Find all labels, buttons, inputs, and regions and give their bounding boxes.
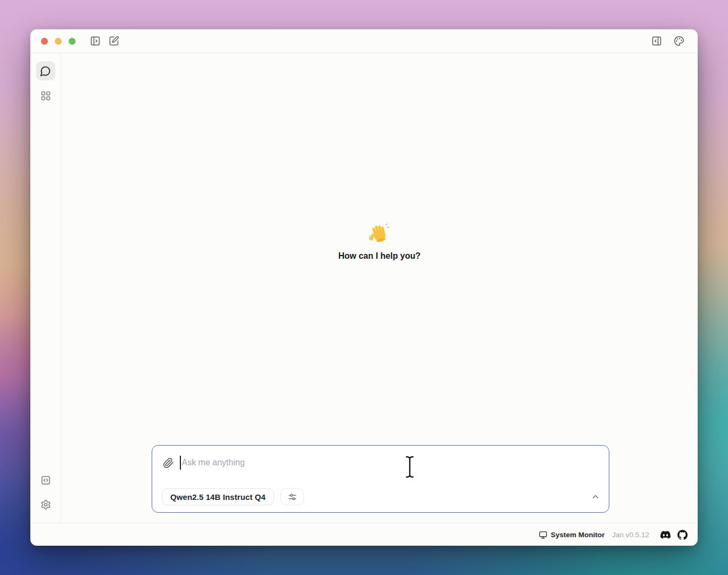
github-icon[interactable] — [677, 530, 688, 540]
attachment-paperclip-icon[interactable] — [163, 457, 174, 469]
collapse-chevron-up-icon[interactable] — [591, 492, 600, 502]
sidebar-item-hub[interactable] — [36, 86, 55, 105]
greeting: How can I help you? — [61, 223, 698, 261]
code-square-icon — [40, 475, 51, 486]
minimize-button[interactable] — [55, 38, 62, 45]
statusbar: System Monitor Jan v0.5.12 — [30, 523, 698, 546]
text-caret — [180, 456, 181, 470]
new-thread-icon[interactable] — [106, 33, 122, 49]
zoom-button[interactable] — [69, 38, 76, 45]
jan-app-window: How can I help you? Qwen2.5 14B Instruct… — [30, 29, 698, 546]
gear-icon — [40, 499, 51, 510]
sidebar-item-local-api-server[interactable] — [36, 471, 55, 490]
sidebar-item-settings[interactable] — [36, 495, 55, 514]
system-monitor-toggle[interactable]: System Monitor — [539, 530, 605, 539]
greeting-title: How can I help you? — [338, 251, 421, 261]
main-content: How can I help you? Qwen2.5 14B Instruct… — [61, 53, 698, 523]
appearance-palette-icon[interactable] — [671, 33, 687, 49]
monitor-icon — [539, 530, 548, 539]
wave-emoji — [368, 223, 391, 246]
message-input[interactable] — [182, 455, 599, 470]
titlebar[interactable] — [30, 29, 698, 53]
model-selector[interactable]: Qwen2.5 14B Instruct Q4 — [162, 488, 274, 505]
left-sidebar — [30, 53, 61, 523]
sidebar-item-threads[interactable] — [36, 61, 55, 80]
discord-icon[interactable] — [660, 530, 671, 540]
close-button[interactable] — [41, 38, 48, 45]
app-version-label: Jan v0.5.12 — [612, 531, 649, 539]
traffic-lights — [41, 38, 76, 45]
toggle-left-panel-icon[interactable] — [87, 33, 103, 49]
chat-bubble-icon — [40, 65, 51, 77]
toggle-right-panel-icon[interactable] — [649, 33, 665, 49]
system-monitor-label: System Monitor — [551, 531, 605, 539]
chat-composer: Qwen2.5 14B Instruct Q4 — [152, 445, 609, 513]
grid-icon — [40, 91, 51, 101]
sliders-icon — [287, 492, 297, 502]
model-settings-button[interactable] — [280, 488, 304, 505]
